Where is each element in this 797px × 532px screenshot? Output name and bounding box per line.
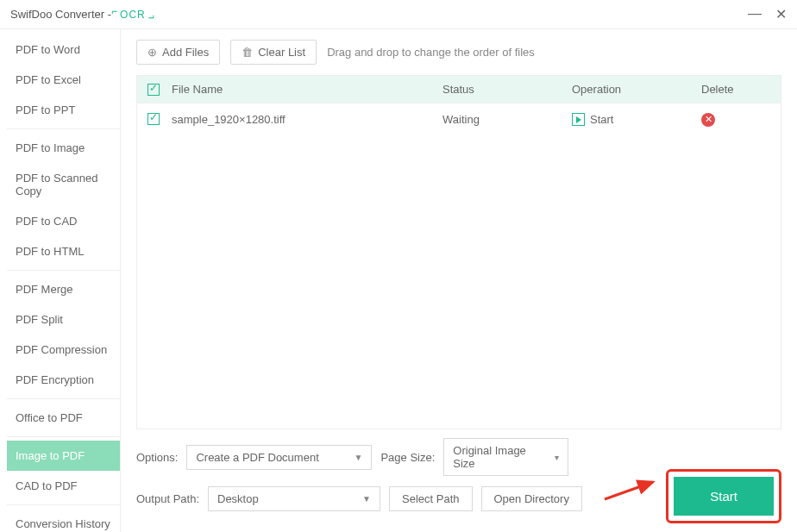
open-directory-button[interactable]: Open Directory — [481, 486, 582, 511]
caret-down-icon: ▼ — [362, 494, 371, 504]
sidebar-item-pdf-to-excel[interactable]: PDF to Excel — [7, 65, 120, 95]
close-button[interactable]: ✕ — [775, 6, 787, 22]
output-path-label: Output Path: — [136, 492, 199, 505]
output-path-value: Desktop — [217, 492, 259, 505]
drag-hint: Drag and drop to change the order of fil… — [327, 46, 535, 59]
options-select[interactable]: Create a PDF Document ▼ — [186, 445, 372, 470]
file-table: File Name Status Operation Delete sample… — [136, 75, 781, 429]
sidebar-item-pdf-merge[interactable]: PDF Merge — [7, 274, 120, 304]
col-status: Status — [442, 83, 572, 96]
sidebar-item-image-to-pdf[interactable]: Image to PDF — [7, 441, 120, 471]
sidebar-item-pdf-to-word[interactable]: PDF to Word — [7, 34, 120, 65]
clear-list-label: Clear List — [258, 46, 305, 59]
ocr-badge: OCR — [115, 9, 151, 21]
sidebar-item-pdf-to-ppt[interactable]: PDF to PPT — [7, 95, 120, 125]
sidebar-separator — [7, 398, 120, 399]
table-row: sample_1920×1280.tiffWaitingStart✕ — [137, 103, 781, 135]
sidebar-item-pdf-to-scanned[interactable]: PDF to Scanned Copy — [7, 163, 120, 206]
sidebar-item-history[interactable]: Conversion History — [7, 509, 120, 532]
sidebar-separator — [7, 436, 120, 437]
col-operation: Operation — [572, 83, 701, 96]
cell-filename: sample_1920×1280.tiff — [172, 113, 442, 126]
clear-list-button[interactable]: 🗑 Clear List — [230, 40, 317, 65]
start-button[interactable]: Start — [674, 477, 774, 516]
cell-operation[interactable]: Start — [572, 113, 701, 127]
pagesize-label: Page Size: — [380, 451, 435, 464]
delete-row-button[interactable]: ✕ — [701, 113, 715, 127]
options-value: Create a PDF Document — [196, 451, 318, 464]
sidebar-item-pdf-encryption[interactable]: PDF Encryption — [7, 365, 120, 395]
sidebar-item-pdf-to-cad[interactable]: PDF to CAD — [7, 206, 120, 236]
sidebar-item-pdf-compression[interactable]: PDF Compression — [7, 335, 120, 365]
start-highlight: Start — [666, 469, 781, 523]
col-filename: File Name — [172, 83, 442, 96]
sidebar-separator — [7, 128, 120, 129]
minimize-button[interactable]: — — [748, 6, 762, 22]
pagesize-select[interactable]: Original Image Size ▾ — [443, 438, 568, 476]
sidebar-separator — [7, 270, 120, 271]
sidebar-item-pdf-to-image[interactable]: PDF to Image — [7, 133, 120, 163]
caret-down-icon: ▾ — [555, 453, 559, 462]
sidebar-item-pdf-to-html[interactable]: PDF to HTML — [7, 236, 120, 266]
add-files-label: Add Files — [162, 46, 209, 59]
app-title: SwifDoo Converter - — [10, 8, 111, 21]
pagesize-value: Original Image Size — [453, 444, 548, 470]
table-header: File Name Status Operation Delete — [137, 76, 781, 103]
add-files-button[interactable]: ⊕ Add Files — [136, 40, 220, 65]
row-checkbox[interactable] — [147, 113, 160, 125]
select-path-button[interactable]: Select Path — [389, 486, 473, 511]
sidebar-separator — [7, 504, 120, 505]
sidebar: PDF to WordPDF to ExcelPDF to PPTPDF to … — [0, 29, 121, 532]
trash-icon: 🗑 — [242, 46, 253, 59]
sidebar-item-office-to-pdf[interactable]: Office to PDF — [7, 403, 120, 433]
sidebar-item-cad-to-pdf[interactable]: CAD to PDF — [7, 471, 120, 501]
col-delete: Delete — [701, 83, 770, 96]
caret-down-icon: ▼ — [355, 453, 363, 462]
cell-status: Waiting — [442, 113, 572, 126]
plus-circle-icon: ⊕ — [147, 46, 157, 59]
select-all-checkbox[interactable] — [147, 84, 160, 96]
options-label: Options: — [136, 451, 178, 464]
toolbar: ⊕ Add Files 🗑 Clear List Drag and drop t… — [136, 40, 781, 65]
play-icon — [572, 113, 585, 126]
output-path-select[interactable]: Desktop ▼ — [208, 486, 380, 511]
sidebar-item-pdf-split[interactable]: PDF Split — [7, 304, 120, 335]
titlebar: SwifDoo Converter - OCR — ✕ — [0, 0, 797, 29]
